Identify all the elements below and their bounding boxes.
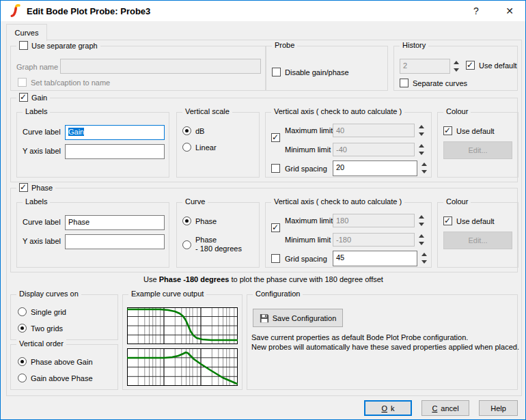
- two-grids-radio[interactable]: Two grids: [18, 324, 63, 333]
- phase-above-gain-radio[interactable]: Phase above Gain: [18, 357, 93, 366]
- checkbox-icon: [19, 183, 28, 192]
- phase-maximum-limit-input[interactable]: 180: [333, 214, 415, 227]
- gain-vertical-scale-title: Vertical scale: [182, 107, 232, 115]
- separate-curves-checkbox[interactable]: Separate curves: [400, 79, 467, 87]
- probe-group: Probe Disable gain/phase: [266, 46, 388, 91]
- close-button[interactable]: ✕: [494, 1, 525, 21]
- help-button[interactable]: ?: [462, 1, 490, 21]
- history-input[interactable]: 2: [400, 59, 450, 74]
- phase-radio-label: Phase: [195, 217, 217, 225]
- gain-max-spin-up-button[interactable]: [417, 123, 426, 130]
- phase-label: Phase: [31, 184, 53, 192]
- phase-minus-180-label-line1: Phase: [195, 236, 242, 244]
- phase-colour-title: Colour: [443, 197, 471, 206]
- title-bar[interactable]: Edit Bode Plot Probe: Probe3 ? ✕: [1, 1, 525, 21]
- gain-colour-edit-button[interactable]: Edit...: [443, 141, 512, 159]
- gain-grid-spacing-checkbox[interactable]: [271, 164, 280, 173]
- phase-colour-use-default-checkbox[interactable]: Use default: [443, 216, 495, 225]
- checkbox-icon: [271, 133, 280, 142]
- disable-gain-phase-checkbox[interactable]: Disable gain/phase: [272, 68, 349, 76]
- gain-min-spin-up-button[interactable]: [417, 142, 426, 149]
- phase-above-gain-label: Phase above Gain: [31, 358, 93, 366]
- selected-text: Gain: [68, 128, 84, 136]
- phase-grid-spin-down-button[interactable]: [419, 258, 429, 265]
- gain-y-axis-label-input[interactable]: [65, 144, 165, 159]
- note-bold: Phase -180 degrees: [159, 275, 230, 283]
- disable-gain-phase-label: Disable gain/phase: [285, 68, 349, 76]
- gain-linear-radio[interactable]: Linear: [182, 143, 217, 152]
- gain-colour-use-default-checkbox[interactable]: Use default: [443, 126, 495, 135]
- graph-name-input[interactable]: [60, 59, 261, 74]
- checkbox-icon: [271, 223, 280, 232]
- phase-checkbox[interactable]: Phase: [16, 183, 55, 192]
- save-icon: [260, 313, 269, 323]
- example-curve-output-group: Example curve output: [122, 294, 243, 390]
- phase-offset-note: Use Phase -180 degrees to plot the phase…: [10, 275, 516, 283]
- gain-grid-spin-down-button[interactable]: [419, 168, 429, 175]
- single-grid-radio[interactable]: Single grid: [18, 307, 66, 316]
- gain-above-phase-radio[interactable]: Gain above Phase: [18, 374, 93, 382]
- spin-down-icon: [419, 152, 424, 155]
- history-group: History 2 Use default Separate curves: [393, 46, 518, 91]
- history-spin-up-button[interactable]: [452, 59, 461, 66]
- phase-vertical-axis-group: Vertical axis ( check to auto calculate …: [265, 202, 432, 268]
- gain-curve-label-input[interactable]: Gain: [65, 125, 165, 140]
- phase-min-spin-up-button[interactable]: [417, 232, 426, 239]
- spin-down-icon: [421, 260, 427, 264]
- gain-grid-spin-up-button[interactable]: [419, 160, 429, 167]
- gain-auto-calculate-checkbox[interactable]: [271, 133, 280, 142]
- question-icon: ?: [473, 5, 479, 16]
- save-configuration-button[interactable]: Save Configuration: [253, 309, 343, 327]
- phase-y-axis-label-label: Y axis label: [23, 237, 61, 245]
- spin-down-icon: [419, 223, 424, 226]
- set-tab-caption-checkbox[interactable]: Set tab/caption to name: [18, 78, 110, 87]
- spin-up-icon: [419, 234, 424, 238]
- gain-grid-spacing-input[interactable]: 20: [333, 160, 417, 176]
- gain-max-spin-down-button[interactable]: [417, 130, 426, 137]
- checkbox-icon: [443, 126, 452, 135]
- phase-minimum-limit-label: Minimum limit: [285, 236, 331, 244]
- history-spin-down-button[interactable]: [452, 66, 461, 73]
- edit-bode-plot-probe-dialog: Edit Bode Plot Probe: Probe3 ? ✕ Curves …: [0, 0, 526, 420]
- probe-group-title: Probe: [272, 41, 297, 49]
- gain-db-radio[interactable]: dB: [182, 126, 204, 135]
- gain-minimum-limit-input[interactable]: -40: [333, 143, 415, 156]
- phase-curve-label-input[interactable]: Phase: [65, 215, 165, 230]
- gain-checkbox[interactable]: Gain: [16, 93, 50, 102]
- gain-maximum-limit-input[interactable]: 40: [333, 124, 415, 137]
- radio-icon: [182, 216, 191, 225]
- gain-vertical-axis-group: Vertical axis ( check to auto calculate …: [265, 112, 432, 178]
- phase-grid-spacing-label: Grid spacing: [285, 255, 327, 263]
- cancel-button[interactable]: Cancel: [421, 400, 469, 416]
- gain-min-spin-down-button[interactable]: [417, 150, 426, 156]
- phase-minimum-limit-input[interactable]: -180: [333, 233, 415, 247]
- spin-up-icon: [421, 163, 427, 166]
- phase-grid-spacing-input[interactable]: 45: [333, 251, 417, 266]
- use-separate-graph-checkbox[interactable]: Use separate graph: [16, 41, 100, 50]
- tab-curves[interactable]: Curves: [6, 24, 47, 41]
- phase-max-spin-up-button[interactable]: [417, 213, 426, 220]
- gain-curve-label-label: Curve label: [23, 128, 61, 136]
- checkbox-icon: [19, 93, 28, 102]
- phase-auto-calculate-checkbox[interactable]: [271, 223, 280, 232]
- ok-button[interactable]: Ok: [364, 400, 412, 416]
- use-separate-graph-label: Use separate graph: [31, 42, 98, 50]
- phase-grid-spin-up-button[interactable]: [419, 251, 429, 257]
- example-gain-graph: [127, 348, 238, 386]
- spin-down-icon: [419, 132, 424, 136]
- gain-above-phase-label: Gain above Phase: [31, 374, 93, 382]
- gain-colour-use-default-label: Use default: [456, 127, 495, 135]
- phase-y-axis-label-input[interactable]: [65, 234, 165, 249]
- help-button-bottom[interactable]: Help: [479, 400, 518, 416]
- radio-icon: [182, 143, 191, 152]
- phase-min-spin-down-button[interactable]: [417, 240, 426, 247]
- phase-minus-180-radio[interactable]: Phase - 180 degrees: [182, 236, 242, 253]
- phase-maximum-limit-label: Maximum limit: [285, 216, 333, 225]
- phase-colour-edit-button[interactable]: Edit...: [443, 232, 512, 249]
- gain-y-axis-label-label: Y axis label: [23, 147, 61, 155]
- phase-radio[interactable]: Phase: [182, 216, 217, 225]
- phase-max-spin-down-button[interactable]: [417, 221, 426, 227]
- phase-grid-spacing-checkbox[interactable]: [271, 254, 280, 263]
- set-tab-caption-label: Set tab/caption to name: [31, 79, 110, 87]
- history-use-default-checkbox[interactable]: Use default: [466, 61, 517, 70]
